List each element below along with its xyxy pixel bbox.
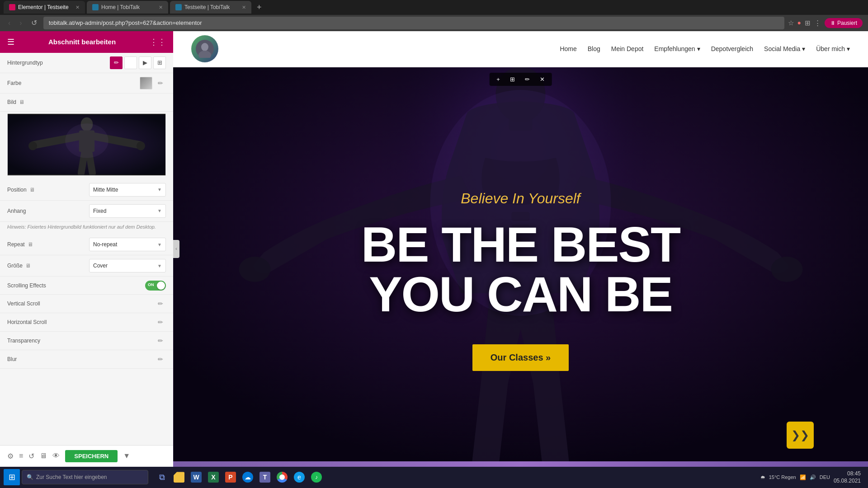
windows-icon: ⊞ bbox=[9, 472, 15, 482]
bg-type-video-btn[interactable]: ▶ bbox=[139, 56, 151, 69]
vertical-scroll-edit-icon[interactable]: ✏ bbox=[155, 298, 166, 309]
transparency-edit-icon[interactable]: ✏ bbox=[155, 335, 166, 346]
network-icon[interactable]: 📶 bbox=[800, 474, 806, 480]
farbe-edit-icon[interactable]: ✏ bbox=[155, 78, 166, 89]
nav-blog[interactable]: Blog bbox=[588, 45, 600, 52]
hero-subtitle-container: Believe In Yourself bbox=[461, 190, 580, 207]
edge-icon: e bbox=[294, 472, 305, 483]
more-icon[interactable]: ▼ bbox=[123, 452, 130, 460]
el-close-btn[interactable]: ✕ bbox=[536, 75, 548, 84]
bg-type-color-btn[interactable]: ✏ bbox=[110, 56, 123, 69]
tab-testseite[interactable]: Testseite | TobiTalk ✕ bbox=[170, 1, 251, 14]
bg-type-icons: ✏ ▶ ⊞ bbox=[110, 56, 166, 69]
pause-icon: ⏸ bbox=[830, 20, 835, 26]
taskbar-excel[interactable]: X bbox=[205, 469, 222, 485]
lang-text: DEU bbox=[820, 474, 830, 480]
extensions-icon[interactable]: ⊞ bbox=[805, 19, 811, 27]
floating-widget[interactable]: ❯❯ bbox=[787, 422, 814, 449]
chrome-icon bbox=[277, 472, 288, 483]
anhang-dropdown[interactable]: Fixed ▼ bbox=[89, 204, 166, 218]
taskbar-ppt[interactable]: P bbox=[222, 469, 239, 485]
tab-close-elementor[interactable]: ✕ bbox=[75, 5, 80, 10]
color-picker[interactable] bbox=[140, 77, 152, 89]
bg-type-white-btn[interactable] bbox=[124, 56, 137, 69]
tab-close-testseite[interactable]: ✕ bbox=[242, 5, 246, 10]
horizontal-scroll-label: Horizontal Scroll bbox=[7, 319, 47, 325]
position-dropdown[interactable]: Mitte Mitte ▼ bbox=[89, 183, 166, 197]
logo-image bbox=[191, 35, 218, 62]
nav-depot[interactable]: Mein Depot bbox=[611, 45, 644, 52]
save-button[interactable]: SPEICHERN bbox=[65, 450, 118, 462]
svg-point-7 bbox=[137, 141, 145, 150]
grid-icon[interactable]: ⋮⋮ bbox=[150, 37, 166, 47]
tab-elementor[interactable]: Elementor | Testseite ✕ bbox=[4, 1, 85, 14]
search-icon: 🔍 bbox=[27, 474, 33, 480]
groesse-dropdown-arrow: ▼ bbox=[157, 263, 162, 268]
start-button[interactable]: ⊞ bbox=[4, 469, 20, 485]
scrolling-effects-row: Scrolling Effects ON bbox=[0, 277, 173, 295]
bg-type-slide-btn[interactable]: ⊞ bbox=[153, 56, 166, 69]
search-placeholder: Zur Suche Text hier eingeben bbox=[36, 474, 107, 480]
elementor-panel: ☰ Abschnitt bearbeiten ⋮⋮ Hintergrundtyp… bbox=[0, 31, 173, 467]
hero-cta-button[interactable]: Our Classes » bbox=[472, 344, 569, 371]
pause-button[interactable]: ⏸ Pausiert bbox=[825, 18, 863, 28]
taskbar-chrome[interactable] bbox=[274, 469, 290, 485]
nav-ueber[interactable]: Über mich ▾ bbox=[816, 45, 850, 52]
tab-close-home[interactable]: ✕ bbox=[159, 5, 163, 10]
bild-monitor-icon: 🖥 bbox=[19, 99, 24, 105]
tab-home[interactable]: Home | TobiTalk ✕ bbox=[87, 1, 168, 14]
horizontal-scroll-edit-icon[interactable]: ✏ bbox=[155, 317, 166, 328]
back-button[interactable]: ‹ bbox=[5, 17, 13, 29]
taskbar-edge[interactable]: e bbox=[291, 469, 307, 485]
repeat-label: Repeat bbox=[7, 241, 25, 248]
el-edit-btn[interactable]: ✏ bbox=[521, 75, 533, 84]
taskbar-explorer[interactable] bbox=[171, 469, 187, 485]
vertical-scroll-row: Vertical Scroll ✏ bbox=[0, 295, 173, 313]
ueber-dropdown-icon: ▾ bbox=[847, 45, 850, 52]
bookmark-icon[interactable]: ☆ bbox=[788, 19, 794, 27]
hero-title-line2: YOU CAN BE bbox=[361, 269, 680, 319]
nav-home[interactable]: Home bbox=[560, 45, 576, 52]
repeat-dropdown[interactable]: No-repeat ▼ bbox=[89, 238, 166, 251]
new-tab-button[interactable]: + bbox=[253, 3, 265, 12]
panel-header: ☰ Abschnitt bearbeiten ⋮⋮ bbox=[0, 31, 173, 53]
website-preview: Home Blog Mein Depot Empfehlungen ▾ Depo… bbox=[173, 31, 868, 467]
settings-icon[interactable]: ⚙ bbox=[7, 452, 14, 460]
farbe-row: Farbe ✏ bbox=[0, 73, 173, 94]
volume-icon[interactable]: 🔊 bbox=[810, 474, 816, 480]
taskbar-onedrive[interactable]: ☁ bbox=[240, 469, 256, 485]
groesse-dropdown[interactable]: Cover ▼ bbox=[89, 259, 166, 272]
url-bar[interactable]: tobitalk.at/wp-admin/post.php?post=627&a… bbox=[43, 17, 784, 29]
reload-button[interactable]: ↺ bbox=[28, 17, 40, 29]
nav-depotvergleich[interactable]: Depotvergleich bbox=[711, 45, 753, 52]
menu-icon[interactable]: ⋮ bbox=[814, 19, 821, 27]
preview-icon[interactable]: 👁 bbox=[52, 452, 60, 460]
nav-social[interactable]: Social Media ▾ bbox=[764, 45, 805, 52]
forward-button[interactable]: › bbox=[17, 17, 24, 29]
nav-empfehlungen[interactable]: Empfehlungen ▾ bbox=[654, 45, 700, 52]
layers-icon[interactable]: ≡ bbox=[19, 452, 23, 460]
el-add-btn[interactable]: + bbox=[493, 75, 504, 84]
blur-edit-icon[interactable]: ✏ bbox=[155, 354, 166, 365]
panel-collapse-handle[interactable]: ‹ bbox=[173, 240, 179, 258]
elementor-section-toolbar: + ⊞ ✏ ✕ bbox=[489, 73, 552, 86]
panel-header-icons: ⋮⋮ bbox=[150, 37, 166, 47]
weather-icon: 🌧 bbox=[760, 474, 765, 480]
url-text: tobitalk.at/wp-admin/post.php?post=627&a… bbox=[49, 19, 202, 26]
hamburger-icon[interactable]: ☰ bbox=[7, 37, 14, 47]
scrolling-effects-toggle[interactable]: ON bbox=[145, 281, 166, 291]
el-grid-btn[interactable]: ⊞ bbox=[506, 75, 519, 84]
image-preview[interactable] bbox=[7, 113, 166, 176]
responsive-icon[interactable]: 🖥 bbox=[40, 452, 47, 460]
history-icon[interactable]: ↺ bbox=[28, 452, 34, 460]
groesse-monitor-icon: 🖥 bbox=[25, 263, 31, 269]
taskbar-task-view[interactable]: ⧉ bbox=[154, 469, 170, 485]
taskbar-spotify[interactable]: ♪ bbox=[308, 469, 325, 485]
groesse-value: Cover bbox=[93, 263, 108, 269]
site-nav-links: Home Blog Mein Depot Empfehlungen ▾ Depo… bbox=[560, 45, 850, 52]
taskbar-search[interactable]: 🔍 Zur Suche Text hier eingeben bbox=[22, 470, 148, 484]
taskbar-teams[interactable]: T bbox=[257, 469, 273, 485]
hero-title-line1: BE THE BEST bbox=[361, 220, 680, 269]
taskbar-word[interactable]: W bbox=[188, 469, 204, 485]
profile-icon[interactable]: ● bbox=[797, 19, 801, 27]
